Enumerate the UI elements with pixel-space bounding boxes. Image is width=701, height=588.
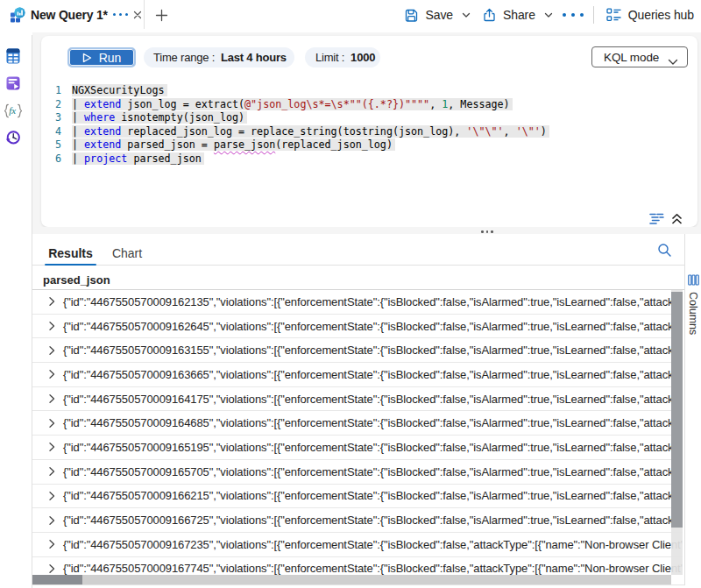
- tab-chart[interactable]: Chart: [107, 234, 147, 266]
- time-range-value: Last 4 hours: [221, 51, 287, 64]
- tab-results[interactable]: Results: [45, 234, 96, 266]
- horizontal-scrollbar-thumb[interactable]: [32, 575, 82, 584]
- save-label: Save: [425, 8, 453, 22]
- row-expand-chevron-icon[interactable]: [46, 369, 57, 379]
- code-line: | project parsed_json: [72, 152, 549, 166]
- result-row[interactable]: {"id":"4467550570009162645","violations"…: [32, 315, 683, 339]
- save-button[interactable]: Save: [404, 8, 471, 23]
- query-editor[interactable]: 123456 NGXSecurityLogs| extend json_log …: [41, 84, 697, 207]
- time-range-label: Time range :: [153, 51, 215, 64]
- share-button[interactable]: Share: [482, 8, 554, 23]
- command-bar-divider: [593, 6, 594, 24]
- row-expand-chevron-icon[interactable]: [46, 321, 57, 331]
- new-tab-button[interactable]: [150, 4, 173, 26]
- search-results-icon[interactable]: [657, 243, 672, 261]
- result-row[interactable]: {"id":"4467550570009167745","violations"…: [32, 557, 683, 575]
- document-tab-bar: New Query 1* Save: [0, 0, 701, 32]
- line-number: 2: [41, 98, 61, 112]
- result-row[interactable]: {"id":"4467550570009166215","violations"…: [32, 485, 683, 509]
- row-json-text: {"id":"4467550570009166725","violations"…: [63, 514, 683, 527]
- rail-table-item[interactable]: [4, 47, 22, 65]
- save-chevron-icon: [461, 10, 471, 20]
- limit-value: 1000: [350, 51, 375, 64]
- columns-panel-label: Columns: [687, 292, 699, 335]
- row-expand-chevron-icon[interactable]: [46, 539, 57, 549]
- row-json-text: {"id":"4467550570009165195","violations"…: [63, 441, 683, 454]
- query-editor-section: Run Time range : Last 4 hours Limit : 10…: [32, 32, 701, 234]
- share-label: Share: [503, 8, 535, 22]
- rail-functions-item[interactable]: fx: [4, 102, 22, 119]
- run-label: Run: [99, 51, 122, 65]
- rail-queryset-item[interactable]: [4, 74, 22, 92]
- run-button[interactable]: Run: [67, 47, 136, 67]
- result-row[interactable]: {"id":"4467550570009166725","violations"…: [32, 508, 683, 533]
- row-expand-chevron-icon[interactable]: [46, 442, 57, 452]
- row-expand-chevron-icon[interactable]: [46, 345, 57, 356]
- code-line: NGXSecurityLogs: [72, 84, 549, 98]
- code-line: | extend replaced_json_log = replace_str…: [72, 125, 549, 139]
- queries-hub-icon: [606, 8, 622, 22]
- editor-line-numbers: 123456: [41, 84, 61, 166]
- time-range-pill[interactable]: Time range : Last 4 hours: [144, 47, 294, 67]
- columns-side-panel[interactable]: Columns: [684, 234, 701, 585]
- row-json-text: {"id":"4467550570009163665","violations"…: [63, 368, 683, 381]
- result-row[interactable]: {"id":"4467550570009164685","violations"…: [32, 411, 683, 436]
- result-row[interactable]: {"id":"4467550570009163665","violations"…: [32, 363, 683, 387]
- vertical-scrollbar[interactable]: [671, 290, 683, 575]
- vertical-scrollbar-thumb[interactable]: [671, 292, 683, 528]
- limit-label: Limit :: [315, 51, 344, 64]
- result-row[interactable]: {"id":"4467550570009165705","violations"…: [32, 460, 683, 485]
- horizontal-scrollbar[interactable]: [32, 575, 671, 584]
- more-commands-icon[interactable]: [554, 13, 593, 17]
- run-play-icon: [82, 53, 92, 63]
- queries-hub-button[interactable]: Queries hub: [606, 8, 697, 22]
- code-line: | extend parsed_json = parse_json(replac…: [72, 138, 549, 152]
- svg-text:fx: fx: [9, 105, 16, 116]
- kql-queryset-window: New Query 1* Save: [0, 0, 701, 588]
- left-rail: fx: [0, 32, 32, 588]
- results-tab-list: Results Chart: [32, 234, 684, 266]
- row-json-text: {"id":"4467550570009162645","violations"…: [63, 320, 683, 333]
- splitter-handle-icon: [481, 230, 493, 233]
- result-row[interactable]: {"id":"4467550570009165195","violations"…: [32, 436, 683, 460]
- code-line: | extend json_log = extract(@"json_log\s…: [72, 98, 549, 112]
- row-expand-chevron-icon[interactable]: [46, 296, 57, 307]
- row-json-text: {"id":"4467550570009165705","violations"…: [63, 465, 683, 478]
- save-icon: [404, 8, 419, 23]
- limit-pill[interactable]: Limit : 1000: [305, 47, 380, 67]
- line-number: 4: [41, 125, 61, 139]
- row-expand-chevron-icon[interactable]: [46, 393, 57, 404]
- results-grid: {"id":"4467550570009162135","violations"…: [32, 290, 683, 575]
- line-number: 5: [41, 138, 61, 152]
- code-line: | where isnotempty(json_log): [72, 111, 549, 125]
- row-expand-chevron-icon[interactable]: [46, 466, 57, 477]
- row-expand-chevron-icon[interactable]: [46, 491, 57, 501]
- result-row[interactable]: {"id":"4467550570009162135","violations"…: [32, 290, 683, 315]
- kql-mode-value: KQL mode: [604, 51, 659, 64]
- row-json-text: {"id":"4467550570009164685","violations"…: [63, 416, 683, 429]
- line-number: 6: [41, 152, 61, 166]
- kql-mode-dropdown[interactable]: KQL mode: [591, 46, 688, 67]
- rail-history-item[interactable]: [4, 129, 22, 146]
- row-expand-chevron-icon[interactable]: [46, 418, 57, 429]
- row-expand-chevron-icon[interactable]: [46, 563, 57, 574]
- columns-icon: [688, 273, 699, 289]
- queryset-icon: [6, 76, 20, 90]
- result-row[interactable]: {"id":"4467550570009163155","violations"…: [32, 338, 683, 363]
- share-chevron-icon: [543, 10, 554, 20]
- tab-more-menu-icon[interactable]: [113, 13, 128, 16]
- column-header-parsed-json: parsed_json: [43, 273, 110, 287]
- grid-header-row[interactable]: parsed_json: [32, 266, 684, 290]
- query-tab[interactable]: New Query 1*: [0, 0, 145, 29]
- panel-splitter[interactable]: [32, 227, 701, 234]
- editor-code: NGXSecurityLogs| extend json_log = extra…: [72, 84, 549, 166]
- table-icon: [6, 48, 20, 64]
- queries-hub-label: Queries hub: [628, 8, 694, 22]
- tab-title: New Query 1*: [31, 8, 108, 22]
- result-row[interactable]: {"id":"4467550570009164175","violations"…: [32, 387, 683, 412]
- tab-close-icon[interactable]: [132, 10, 143, 20]
- result-row[interactable]: {"id":"4467550570009167235","violations"…: [32, 533, 683, 557]
- row-expand-chevron-icon[interactable]: [46, 515, 57, 526]
- row-json-text: {"id":"4467550570009167235","violations"…: [63, 538, 683, 551]
- results-panel: Results Chart parsed_json {"id":"4467550…: [32, 234, 701, 585]
